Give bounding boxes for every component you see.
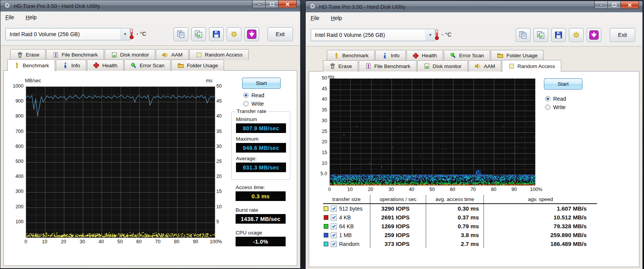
- series-checkbox[interactable]: [331, 241, 337, 247]
- window-title: HD Tune Pro 3.50 - Hard Disk Utility: [319, 4, 405, 10]
- benchmark-icon: [333, 52, 340, 59]
- download-button[interactable]: [587, 28, 601, 42]
- transfer-size-cell: 4 KB: [323, 213, 370, 222]
- radio-selected-icon: [545, 96, 550, 101]
- exit-button[interactable]: Exit: [610, 28, 635, 42]
- tab-random-access[interactable]: Random Access: [189, 49, 249, 60]
- close-icon[interactable]: [278, 0, 297, 8]
- start-label: Start: [256, 80, 267, 86]
- close-icon[interactable]: [621, 1, 639, 9]
- write-radio[interactable]: Write: [243, 101, 264, 107]
- tab-health[interactable]: Health: [406, 50, 443, 61]
- random-access-chart: [330, 78, 535, 186]
- read-radio[interactable]: Read: [243, 92, 264, 98]
- menu-file[interactable]: File: [311, 15, 319, 21]
- write-radio[interactable]: Write: [545, 104, 565, 110]
- tab-erase[interactable]: Erase: [10, 49, 45, 60]
- tab-aam[interactable]: AAM: [468, 60, 501, 71]
- copy-text-button[interactable]: [174, 27, 188, 41]
- iops-cell: 3290 IOPS: [370, 204, 426, 213]
- tab-disk-monitor[interactable]: Disk monitor: [417, 60, 468, 71]
- maximize-button[interactable]: [607, 1, 621, 9]
- x-axis-tick: 90: [188, 239, 203, 244]
- series-checkbox[interactable]: [331, 206, 337, 212]
- y-axis-tick-right: 25: [216, 159, 228, 164]
- titlebar[interactable]: HD Tune Pro 3.50 - Hard Disk Utility: [0, 0, 300, 12]
- tab-label: Folder Usage: [506, 53, 537, 58]
- series-color-swatch: [324, 215, 328, 220]
- benchmark-chart: [26, 86, 215, 238]
- speed-cell: 10.512 MB/s: [483, 213, 597, 222]
- tab-info[interactable]: Info: [375, 50, 406, 61]
- result-field-label: CPU usage: [236, 230, 290, 236]
- disk-monitor-icon: [111, 51, 117, 58]
- read-label: Read: [553, 96, 566, 102]
- tab-benchmark[interactable]: Benchmark: [7, 59, 55, 71]
- speed-cell: 79.328 MB/s: [483, 222, 597, 231]
- y-axis-tick: 50: [310, 75, 327, 81]
- temperature-label: - °C: [442, 31, 452, 38]
- start-button[interactable]: Start: [242, 78, 281, 89]
- menu-file[interactable]: File: [5, 14, 14, 20]
- tab-random-access[interactable]: Random Access: [502, 60, 561, 72]
- tab-aam[interactable]: AAM: [156, 49, 189, 60]
- drive-select[interactable]: Intel Raid 0 Volume (256 GB) ▼: [311, 29, 435, 41]
- download-button[interactable]: [244, 27, 259, 41]
- gear-icon[interactable]: [569, 28, 584, 42]
- tab-label: AAM: [171, 52, 182, 58]
- access-cell: 2.7 ms: [426, 239, 483, 248]
- tab-health[interactable]: Health: [87, 60, 124, 71]
- minimize-button[interactable]: [252, 0, 266, 8]
- tab-folder-usage[interactable]: Folder Usage: [171, 60, 224, 71]
- extra-results: Access time:0.3 msBurst rate1438.7 MB/se…: [236, 184, 290, 246]
- series-checkbox[interactable]: [331, 214, 337, 221]
- thermometer-icon: [434, 29, 440, 42]
- info-icon: [381, 52, 388, 59]
- radio-icon: [243, 101, 249, 106]
- y-axis-tick: 10: [310, 161, 327, 166]
- result-field: Maximum948.6 MB/sec: [236, 136, 286, 153]
- iops-cell: 2691 IOPS: [370, 213, 426, 222]
- result-field-value: 931.3 MB/sec: [236, 163, 286, 172]
- chevron-down-icon[interactable]: ▼: [120, 29, 129, 40]
- y-axis-tick: 45: [310, 86, 327, 91]
- tab-info[interactable]: Info: [56, 60, 86, 71]
- menu-help[interactable]: Help: [26, 14, 37, 20]
- minimize-button[interactable]: [594, 1, 608, 9]
- y-axis-tick-right: 35: [216, 129, 228, 134]
- result-field-label: Average:: [236, 156, 286, 161]
- y-axis-tick-left: 300: [7, 189, 23, 194]
- x-axis-tick: 90: [507, 187, 522, 192]
- x-axis-tick: 20: [363, 187, 378, 192]
- tab-folder-usage[interactable]: Folder Usage: [491, 50, 544, 61]
- tab-error-scan[interactable]: Error Scan: [124, 60, 171, 71]
- copy-image-button[interactable]: [534, 28, 548, 42]
- table-row: 512 bytes3290 IOPS0.30 ms1.607 MB/s: [323, 204, 597, 213]
- copy-image-button[interactable]: [191, 27, 206, 41]
- x-axis-tick: 40: [404, 187, 419, 192]
- save-button[interactable]: [551, 28, 566, 42]
- gear-icon[interactable]: [227, 27, 241, 41]
- tab-label: Info: [391, 53, 400, 58]
- x-axis-tick: 80: [169, 239, 184, 244]
- tab-erase[interactable]: Erase: [323, 60, 358, 71]
- tab-benchmark[interactable]: Benchmark: [327, 50, 375, 61]
- drive-select[interactable]: Intel Raid 0 Volume (256 GB) ▼: [5, 28, 130, 40]
- column-header-operations-sec: operations / sec: [370, 195, 426, 203]
- tab-disk-monitor[interactable]: Disk monitor: [105, 49, 155, 60]
- tab-file-benchmark[interactable]: File Benchmark: [46, 49, 104, 60]
- read-radio[interactable]: Read: [545, 96, 566, 102]
- series-checkbox[interactable]: [331, 223, 337, 229]
- titlebar[interactable]: HD Tune Pro 3.50 - Hard Disk Utility: [306, 1, 642, 12]
- series-checkbox[interactable]: [331, 232, 337, 238]
- save-button[interactable]: [209, 27, 224, 41]
- tab-file-benchmark[interactable]: File Benchmark: [359, 60, 417, 71]
- maximize-button[interactable]: [265, 0, 279, 8]
- menu-help[interactable]: Help: [331, 15, 342, 21]
- exit-button[interactable]: Exit: [268, 27, 293, 41]
- tab-error-scan[interactable]: Error Scan: [444, 50, 490, 61]
- chevron-down-icon[interactable]: ▼: [426, 30, 435, 40]
- y-axis-tick: 5.0: [310, 171, 327, 176]
- copy-text-button[interactable]: [516, 28, 530, 42]
- start-button[interactable]: Start: [544, 78, 582, 90]
